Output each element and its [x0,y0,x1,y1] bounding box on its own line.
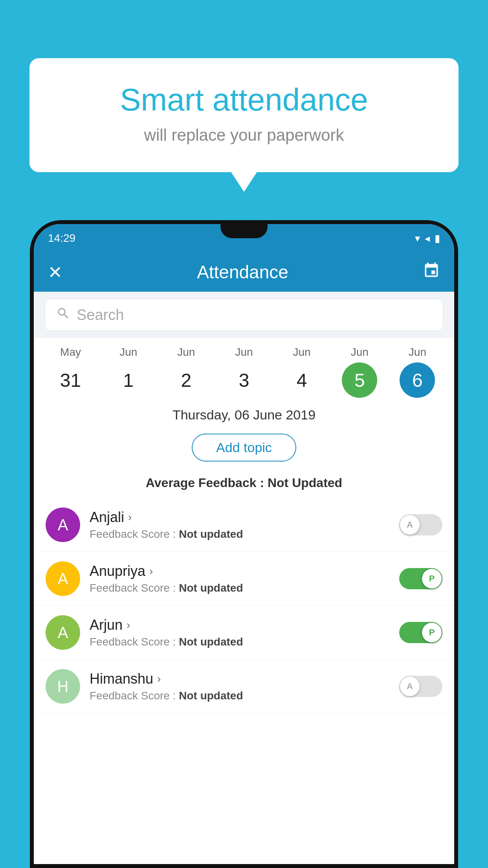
calendar-day[interactable]: Jun1 [105,346,152,398]
toggle-switch[interactable]: A [399,514,442,535]
cal-date-number[interactable]: 4 [284,362,319,398]
chevron-icon: › [157,673,161,685]
student-feedback: Feedback Score : Not updated [90,636,390,648]
toggle-knob: A [400,515,420,535]
toggle-knob: A [400,677,420,696]
cal-month-label: May [60,346,81,359]
student-info: Himanshu ›Feedback Score : Not updated [90,671,390,702]
cal-date-number[interactable]: 2 [169,362,204,398]
cal-date-number[interactable]: 6 [400,362,435,398]
battery-icon: ▮ [435,232,440,245]
student-item[interactable]: AAnupriya ›Feedback Score : Not updatedP [34,552,454,606]
cal-month-label: Jun [119,346,137,359]
student-name: Anupriya › [90,563,390,579]
wifi-icon: ▾ [415,232,420,245]
attendance-toggle[interactable]: A [399,514,442,535]
speech-bubble: Smart attendance will replace your paper… [29,58,459,172]
student-avatar: A [46,615,80,650]
attendance-toggle[interactable]: P [399,568,442,589]
student-item[interactable]: AAnjali ›Feedback Score : Not updatedA [34,498,454,552]
phone-screen: 14:29 ▾ ◂ ▮ ✕ Attendance [34,224,454,864]
signal-icon: ◂ [425,232,430,245]
calendar-strip: May31Jun1Jun2Jun3Jun4Jun5Jun6 [34,338,454,398]
status-icons: ▾ ◂ ▮ [415,232,440,245]
cal-date-number[interactable]: 5 [342,362,377,398]
avg-feedback-label: Average Feedback : [146,476,264,490]
app-header: ✕ Attendance [34,252,454,292]
student-feedback: Feedback Score : Not updated [90,528,390,541]
add-topic-button[interactable]: Add topic [192,434,296,462]
cal-date-number[interactable]: 1 [111,362,146,398]
search-bar[interactable]: Search [45,299,443,331]
cal-month-label: Jun [235,346,253,359]
calendar-day[interactable]: Jun2 [163,346,210,398]
student-name: Anjali › [90,509,390,526]
calendar-icon[interactable] [423,262,440,283]
student-feedback: Feedback Score : Not updated [90,690,390,702]
student-name: Arjun › [90,617,390,633]
student-name: Himanshu › [90,671,390,687]
avg-feedback-value: Not Updated [268,476,342,490]
status-bar: 14:29 ▾ ◂ ▮ [34,224,454,252]
chevron-icon: › [127,619,130,631]
student-item[interactable]: AArjun ›Feedback Score : Not updatedP [34,606,454,660]
calendar-day[interactable]: May31 [47,346,94,398]
chevron-icon: › [149,565,153,577]
student-item[interactable]: HHimanshu ›Feedback Score : Not updatedA [34,660,454,714]
avg-feedback: Average Feedback : Not Updated [34,472,454,498]
calendar-day[interactable]: Jun4 [278,346,325,398]
student-avatar: A [46,561,80,596]
calendar-day[interactable]: Jun5 [336,346,383,398]
attendance-toggle[interactable]: P [399,622,442,643]
student-info: Anjali ›Feedback Score : Not updated [90,509,390,541]
calendar-day[interactable]: Jun3 [220,346,268,398]
close-button[interactable]: ✕ [48,262,62,282]
cal-month-label: Jun [409,346,426,359]
cal-month-label: Jun [351,346,369,359]
toggle-knob: P [422,569,442,588]
student-avatar: A [46,508,80,542]
cal-month-label: Jun [177,346,195,359]
date-display: Thursday, 06 June 2019 [34,398,454,427]
search-input[interactable]: Search [77,307,124,324]
header-title: Attendance [197,261,288,283]
chevron-icon: › [128,511,132,524]
search-icon [56,306,70,324]
cal-date-number[interactable]: 3 [226,362,262,398]
student-list: AAnjali ›Feedback Score : Not updatedAAA… [34,498,454,714]
toggle-switch[interactable]: A [399,676,442,697]
cal-month-label: Jun [293,346,311,359]
attendance-toggle[interactable]: A [399,676,442,697]
speech-bubble-title: Smart attendance [61,82,427,118]
cal-date-number[interactable]: 31 [53,362,88,398]
toggle-switch[interactable]: P [399,568,442,589]
calendar-day[interactable]: Jun6 [394,346,441,398]
toggle-switch[interactable]: P [399,622,442,643]
student-feedback: Feedback Score : Not updated [90,582,390,594]
search-container: Search [34,292,454,338]
phone-frame: 14:29 ▾ ◂ ▮ ✕ Attendance [30,220,458,868]
student-info: Arjun ›Feedback Score : Not updated [90,617,390,648]
student-info: Anupriya ›Feedback Score : Not updated [90,563,390,594]
speech-bubble-container: Smart attendance will replace your paper… [29,58,459,172]
student-avatar: H [46,669,80,704]
status-time: 14:29 [48,232,75,245]
toggle-knob: P [422,623,442,642]
speech-bubble-subtitle: will replace your paperwork [61,126,427,145]
